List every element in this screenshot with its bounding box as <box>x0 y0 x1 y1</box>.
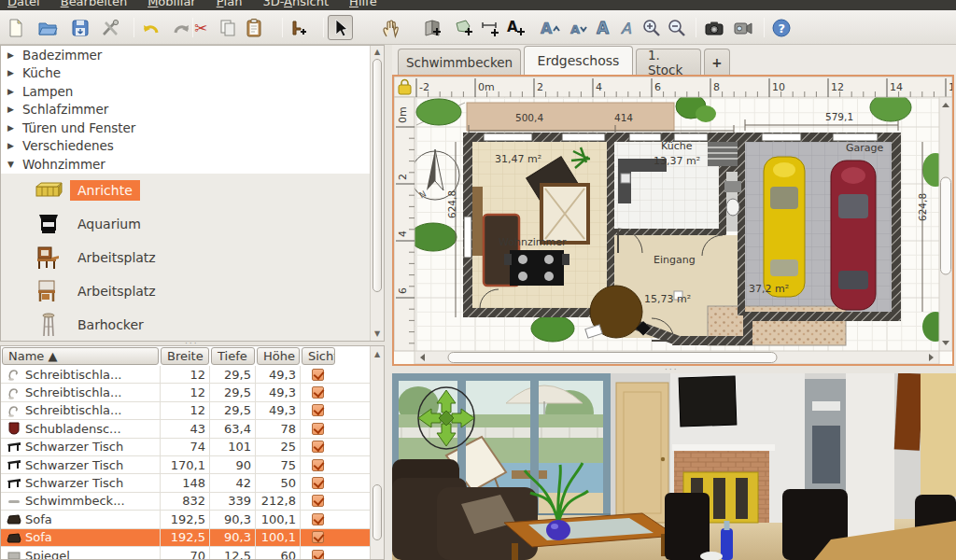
category-t-ren-und-fenster[interactable]: ▶Türen und Fenster <box>1 119 384 137</box>
catalog-item-aquarium[interactable]: Aquarium <box>1 207 384 241</box>
3d-navigation-arrows-icon[interactable] <box>418 387 474 449</box>
chevron-right-icon[interactable]: ▶ <box>7 87 17 96</box>
table-row[interactable]: Schreibtischla...1229,549,3 <box>1 366 371 384</box>
plan-horizontal-scrollbar[interactable] <box>415 351 939 364</box>
create-dimensions-button[interactable] <box>477 15 502 40</box>
add-text-icon: A <box>505 18 526 38</box>
chevron-right-icon[interactable]: ▶ <box>7 105 17 114</box>
paste-button[interactable] <box>241 15 266 40</box>
menu-bearbeiten[interactable]: Bearbeiten <box>61 0 127 10</box>
catalog-scroll-thumb[interactable] <box>373 59 382 292</box>
visible-checkbox[interactable] <box>312 404 324 416</box>
plan-view[interactable]: N 500,4 414 579,1 624,8 624,8 31,47 m² W… <box>392 75 954 366</box>
visible-checkbox[interactable] <box>312 495 324 507</box>
table-row[interactable]: Spiegel7012,560 <box>1 547 371 560</box>
column-header-tiefe[interactable]: Tiefe <box>211 347 255 365</box>
yellow-car[interactable] <box>764 157 805 297</box>
help-button[interactable]: ? <box>768 15 794 40</box>
cut-button[interactable]: ✂ <box>190 15 215 40</box>
catalog-item-arbeitsplatz[interactable]: Arbeitsplatz <box>1 241 384 274</box>
category-schlafzimmer[interactable]: ▶Schlafzimmer <box>1 101 384 119</box>
menu-hilfe[interactable]: Hilfe <box>349 0 377 10</box>
category-wohnzimmer[interactable]: ▼Wohnzimmer <box>1 155 384 174</box>
staircase[interactable] <box>708 142 738 166</box>
visible-checkbox[interactable] <box>312 459 324 471</box>
chevron-right-icon[interactable]: ▶ <box>7 141 17 150</box>
table-row[interactable]: Schwarzer Tisch7410125 <box>1 439 371 456</box>
visible-checkbox[interactable] <box>312 550 324 560</box>
copy-button[interactable] <box>215 15 240 40</box>
cell-tiefe: 29,5 <box>209 366 255 383</box>
table-scroll-thumb[interactable] <box>373 484 382 540</box>
italic-button[interactable]: A <box>614 15 640 40</box>
menu-mobiliar[interactable]: Mobiliar <box>148 0 196 10</box>
open-plan-button[interactable] <box>35 15 60 40</box>
select-tool-button[interactable] <box>328 15 353 40</box>
create-texts-button[interactable]: A <box>502 15 527 40</box>
create-rooms-button[interactable] <box>451 15 476 40</box>
chevron-right-icon[interactable]: ▶ <box>7 68 17 77</box>
chevron-right-icon[interactable]: ▶ <box>7 123 17 133</box>
visible-checkbox[interactable] <box>312 477 324 489</box>
category-k-che[interactable]: ▶Küche <box>1 64 384 83</box>
increase-text-size-button[interactable]: A <box>537 15 562 40</box>
scroll-down-icon[interactable]: ▼ <box>371 329 384 339</box>
category-badezimmer[interactable]: ▶Badezimmer <box>1 46 384 64</box>
add-level-tab[interactable]: + <box>704 49 730 75</box>
catalog-scrollbar[interactable]: ▲ ▼ <box>370 46 384 341</box>
table-scrollbar[interactable]: ▲ <box>370 346 384 559</box>
table-row[interactable]: Schreibtischla...1229,549,3 <box>1 384 371 401</box>
catalog-item-anrichte[interactable]: Anrichte <box>1 174 384 207</box>
visible-checkbox[interactable] <box>312 369 324 381</box>
category-verschiedenes[interactable]: ▶Verschiedenes <box>1 137 384 156</box>
floor-plan-canvas[interactable]: N 500,4 414 579,1 624,8 624,8 31,47 m² W… <box>394 77 952 364</box>
column-header-sicht[interactable]: Sicht... <box>302 347 335 365</box>
scroll-up-icon[interactable]: ▲ <box>371 48 384 57</box>
visible-checkbox[interactable] <box>312 423 324 435</box>
menu-datei[interactable]: Datei <box>7 0 40 10</box>
tab-erdgeschoss[interactable]: Erdgeschoss <box>524 46 633 75</box>
chevron-down-icon[interactable]: ▼ <box>7 160 17 169</box>
table-row[interactable]: Sofa192,590,3100,1 <box>1 529 371 547</box>
table-row[interactable]: Schwimmbeck...832339212,8 <box>1 493 371 511</box>
scroll-up-icon[interactable]: ▲ <box>371 350 384 359</box>
visible-checkbox[interactable] <box>312 531 324 543</box>
table-row[interactable]: Sofa192,590,3100,1 <box>1 511 371 528</box>
visible-checkbox[interactable] <box>312 513 324 525</box>
catalog-item-arbeitsplatz[interactable]: Arbeitsplatz <box>1 274 384 308</box>
zoom-in-button[interactable] <box>639 15 664 40</box>
pan-tool-button[interactable] <box>377 15 402 40</box>
red-car[interactable] <box>831 161 876 310</box>
new-plan-button[interactable] <box>3 15 28 40</box>
3d-canvas[interactable] <box>392 373 956 560</box>
add-furniture-button[interactable] <box>285 15 310 40</box>
catalog-item-barhocker[interactable]: Barhocker <box>1 308 384 342</box>
column-header-breite[interactable]: Breite <box>161 347 209 365</box>
column-header-name[interactable]: Name ▲ <box>2 347 159 365</box>
visible-checkbox[interactable] <box>312 386 324 399</box>
visible-checkbox[interactable] <box>312 441 324 453</box>
category-lampen[interactable]: ▶Lampen <box>1 82 384 101</box>
decrease-text-size-button[interactable]: A <box>565 15 590 40</box>
create-walls-button[interactable] <box>419 15 444 40</box>
save-plan-button[interactable] <box>67 15 92 40</box>
table-row[interactable]: Schubladensc...4363,478 <box>1 420 371 438</box>
tab-schwimmbecken[interactable]: Schwimmbecken <box>398 49 521 75</box>
3d-view[interactable] <box>392 373 956 560</box>
chevron-right-icon[interactable]: ▶ <box>7 50 17 60</box>
column-header-hhe[interactable]: Höhe <box>257 347 300 365</box>
zoom-out-button[interactable] <box>664 15 689 40</box>
panel-splitter[interactable] <box>385 45 392 560</box>
plan-vertical-scrollbar[interactable] <box>939 97 952 351</box>
table-row[interactable]: Schwarzer Tisch170,19075 <box>1 456 371 474</box>
photo-button[interactable] <box>701 15 726 40</box>
preferences-button[interactable] <box>97 15 122 40</box>
menu-plan[interactable]: Plan <box>217 0 243 10</box>
table-row[interactable]: Schreibtischla...1229,549,3 <box>1 402 371 420</box>
undo-button[interactable] <box>138 15 163 40</box>
bold-button[interactable]: A <box>590 15 615 40</box>
tab-1-stock[interactable]: 1. Stock <box>636 49 701 75</box>
table-row[interactable]: Schwarzer Tisch1484250 <box>1 474 371 492</box>
video-button[interactable] <box>730 15 755 40</box>
menu-3d-ansicht[interactable]: 3D-Ansicht <box>262 0 329 10</box>
